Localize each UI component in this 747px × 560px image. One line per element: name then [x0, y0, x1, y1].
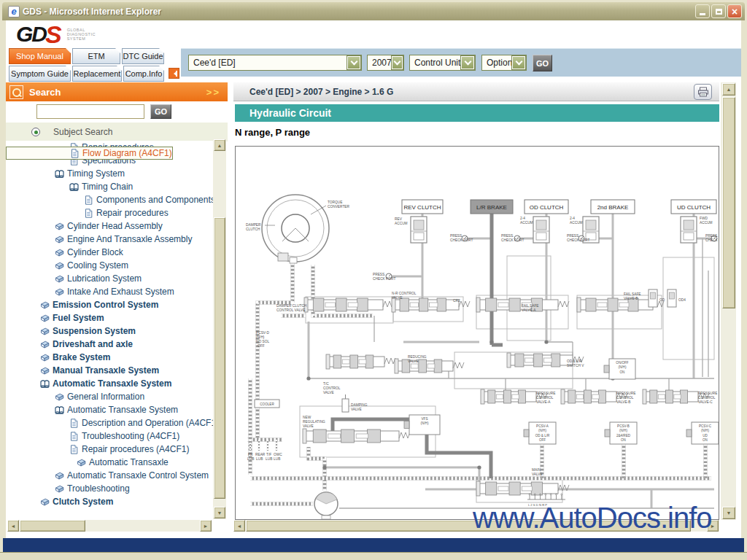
print-button[interactable]	[694, 84, 712, 100]
year-select-value: 2007	[372, 58, 392, 68]
tree-item[interactable]: Manual Transaxle System	[6, 364, 213, 377]
diagram-label: UD	[703, 434, 708, 438]
tree-item[interactable]: Intake And Exhaust System	[6, 285, 213, 298]
search-row: GO	[6, 101, 228, 122]
diagram-label: CONTROL	[536, 396, 554, 400]
main-scrollbar-thumb[interactable]	[246, 520, 691, 532]
tree-item[interactable]: Fuel System	[6, 311, 213, 324]
tree-item[interactable]: Automatic Transaxle Control System	[6, 469, 213, 482]
tree-item[interactable]: Troubleshooting	[6, 482, 213, 495]
diagram-label: PRESSURE	[698, 392, 717, 395]
scroll-left-button[interactable]: ◄	[7, 520, 19, 532]
diagram-label: OWC	[274, 453, 282, 456]
title-bar: e GDS - Microsoft Internet Explorer ×	[2, 2, 745, 20]
main-scrollbar-thumb[interactable]	[722, 97, 735, 308]
toolbar-go-button[interactable]: GO	[533, 55, 552, 71]
tree-item[interactable]: Repair procedures (A4CF1)	[6, 443, 213, 456]
scroll-right-button[interactable]: ►	[707, 520, 719, 532]
diagram-label: (N/H)	[421, 421, 429, 425]
collapse-pin-button[interactable]	[169, 68, 179, 79]
option-select[interactable]: Option	[481, 55, 527, 71]
tree-item[interactable]: Engine And Transaxle Assembly	[6, 233, 213, 246]
tab-symptom-guide[interactable]: Symptom Guide	[9, 66, 71, 82]
diagram-label: ACCUM	[570, 221, 583, 225]
scroll-down-button[interactable]: ▼	[722, 507, 735, 519]
tree-item[interactable]: Emission Control System	[6, 298, 213, 311]
diagram-label: VALVE	[351, 408, 362, 411]
page-title: Hydraulic Circuit	[249, 107, 331, 119]
diagram-label: LUB	[247, 457, 254, 461]
tree-item[interactable]: Lubrication System	[6, 272, 213, 285]
tree-item[interactable]: Driveshaft and axle	[6, 338, 213, 351]
chevron-down-icon[interactable]	[392, 56, 403, 69]
year-select[interactable]: 2007	[367, 55, 404, 71]
control-unit-select[interactable]: Control Unit	[409, 55, 476, 71]
diagram-label: ON	[621, 438, 626, 442]
subject-search-label: Subject Search	[53, 127, 112, 137]
diagram-component-label: REV CLUTCH	[403, 204, 441, 211]
chevron-down-icon[interactable]	[512, 56, 525, 69]
breadcrumb-bar: Cee'd [ED] > 2007 > Engine > 1.6 G	[233, 82, 719, 101]
diagram-label: PCSV-D	[256, 331, 269, 335]
scroll-up-button[interactable]: ▲	[214, 139, 225, 151]
diagram-label: ACCUM	[520, 221, 533, 225]
tree-item[interactable]: Flow Diagram (A4CF1)	[6, 147, 173, 160]
close-button[interactable]: ×	[727, 4, 742, 18]
tree-scrollbar-thumb[interactable]	[214, 217, 225, 499]
tree-item[interactable]: Timing Chain	[6, 180, 213, 193]
scroll-left-button[interactable]: ◄	[233, 520, 245, 532]
tree-scrollbar-thumb[interactable]	[20, 520, 85, 532]
diagram-label: VALVE-C	[698, 400, 713, 404]
tree-item[interactable]: General Information	[6, 390, 213, 403]
diagram-label: ACCUM	[395, 222, 408, 225]
tree-item[interactable]: Automatic Transaxle System	[6, 377, 213, 390]
scroll-right-button[interactable]: ►	[200, 520, 212, 532]
tab-comp-info[interactable]: Comp.Info	[123, 66, 164, 82]
tree-item[interactable]: Description and Operation (A4CF1)	[6, 416, 213, 429]
tree-item[interactable]: Clutch System	[6, 495, 213, 508]
subject-search-radio[interactable]	[31, 128, 40, 136]
diagram-label: CONTROL	[616, 396, 634, 400]
minimize-button[interactable]	[695, 4, 710, 18]
tree-item[interactable]: Timing System	[6, 167, 213, 180]
scroll-down-button[interactable]: ▼	[214, 507, 225, 518]
search-go-button[interactable]: GO	[150, 104, 171, 119]
diagram-component-label: 2nd BRAKE	[597, 204, 629, 211]
gds-logo-text: GD	[16, 23, 46, 45]
scroll-up-button[interactable]: ▲	[722, 83, 735, 96]
tree-item[interactable]: Components and Components Location	[6, 193, 213, 206]
diagram-label: REV	[395, 217, 403, 221]
navigation-tree: Repair proceduresSpecificationsTiming Sy…	[6, 141, 213, 520]
gds-logo: GDS GLOBALDIAGNOSTICSYSTEM	[16, 23, 96, 45]
subject-search-row: Subject Search	[6, 122, 228, 141]
vehicle-select[interactable]: Cee'd [ED]	[188, 55, 362, 71]
tree-item[interactable]: Automatic Transaxle System	[6, 403, 213, 416]
chevron-down-icon[interactable]	[347, 56, 360, 69]
diagram-label: PRESS.	[705, 234, 719, 238]
diagram-label: OD4	[678, 298, 686, 302]
tab-shop-manual[interactable]: Shop Manual	[9, 48, 71, 64]
double-chevron-icon[interactable]: >>	[206, 87, 220, 98]
tree-item[interactable]: Cylinder Block	[6, 246, 213, 259]
diagram-label: N-R CONTROL	[392, 292, 417, 295]
tree-item[interactable]: Repair procedures	[6, 206, 213, 219]
tree-item[interactable]: Brake System	[6, 351, 213, 364]
diagram-label: PCSV-B	[617, 424, 630, 428]
tab-dtc-guide[interactable]: DTC Guide	[122, 48, 164, 64]
section-header: Hydraulic Circuit	[235, 104, 719, 122]
diagram-label: LUB	[274, 457, 280, 461]
tab-etm[interactable]: ETM	[72, 48, 120, 64]
tree-item[interactable]: Automatic Transaxle	[6, 456, 213, 469]
diagram-label: CR2	[453, 299, 460, 303]
tree-item[interactable]: Cylinder Head Assembly	[6, 219, 213, 233]
search-input[interactable]	[36, 104, 144, 119]
chevron-down-icon[interactable]	[461, 56, 474, 69]
maximize-button[interactable]	[711, 4, 726, 18]
tree-item[interactable]: Suspension System	[6, 324, 213, 338]
diagram-label: PRESSURE	[616, 392, 635, 395]
tab-replacement[interactable]: Replacement	[72, 66, 122, 82]
search-header[interactable]: Search >>	[6, 82, 228, 101]
tree-item[interactable]: Cooling System	[6, 259, 213, 272]
diagram-label: PCSV-C	[699, 424, 712, 428]
tree-item[interactable]: Troubleshooting (A4CF1)	[6, 429, 213, 443]
